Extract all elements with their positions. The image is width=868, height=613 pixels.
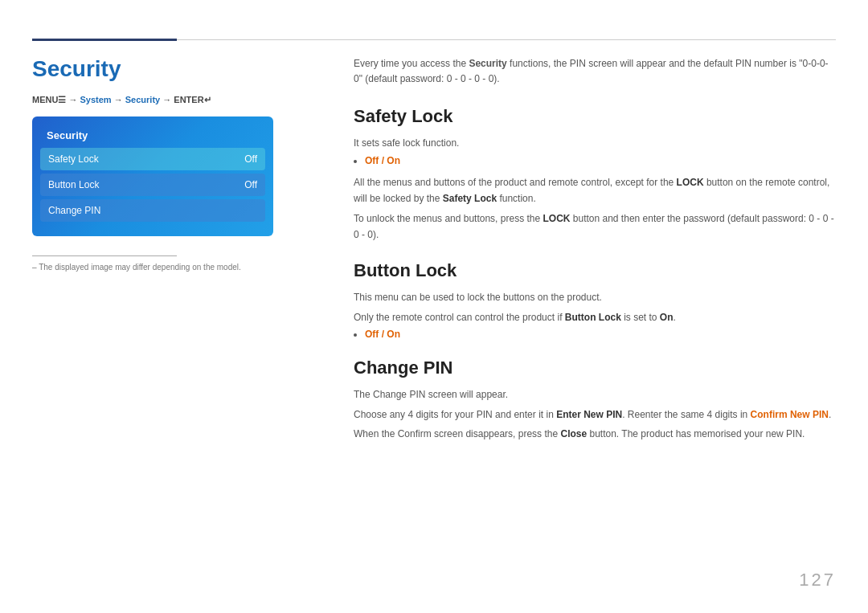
top-decorative-lines — [32, 39, 836, 41]
menu-path: MENU☰ → System → Security → ENTER↵ — [32, 95, 321, 105]
arrow-1: → — [68, 95, 80, 104]
section-change-pin: Change PIN The Change PIN screen will ap… — [354, 358, 836, 442]
menu-prefix: MENU — [32, 95, 58, 104]
ui-panel: Security Safety Lock Off Button Lock Off… — [32, 116, 273, 236]
left-column: Security MENU☰ → System → Security → ENT… — [32, 56, 321, 272]
page-number: 127 — [799, 570, 836, 591]
button-lock-off-on: Off / On — [365, 329, 400, 340]
panel-item-safety-lock[interactable]: Safety Lock Off — [40, 148, 265, 170]
button-lock-bold: Button Lock — [565, 312, 621, 323]
panel-item-button-lock-value: Off — [244, 179, 257, 190]
change-pin-body-1: The Change PIN screen will appear. — [354, 386, 836, 403]
menu-step-security: Security — [125, 95, 160, 104]
safety-lock-bullet-1: Off / On — [365, 155, 836, 166]
menu-step-enter: ENTER — [174, 95, 203, 104]
panel-item-safety-lock-value: Off — [244, 153, 257, 165]
intro-bold-security: Security — [469, 58, 506, 69]
right-column: Every time you access the Security funct… — [354, 56, 836, 460]
panel-header: Security — [40, 125, 265, 148]
left-divider — [32, 255, 177, 256]
top-line-light — [177, 39, 836, 40]
close-bold: Close — [560, 428, 587, 439]
safety-lock-body-1: It sets safe lock function. — [354, 135, 836, 151]
top-line-dark — [32, 39, 177, 41]
enter-new-pin-bold: Enter New PIN — [556, 409, 622, 420]
button-lock-body-2: Only the remote control can control the … — [354, 309, 836, 325]
panel-item-safety-lock-label: Safety Lock — [48, 153, 99, 165]
safety-lock-title: Safety Lock — [354, 106, 836, 127]
panel-item-button-lock-label: Button Lock — [48, 179, 99, 190]
arrow-2: → — [114, 95, 125, 104]
button-lock-bullets: Off / On — [365, 329, 836, 340]
enter-icon: ↵ — [204, 95, 211, 104]
model-note: – The displayed image may differ dependi… — [32, 263, 321, 272]
panel-item-change-pin[interactable]: Change PIN — [40, 199, 265, 222]
intro-text: Every time you access the Security funct… — [354, 56, 836, 87]
panel-item-change-pin-label: Change PIN — [48, 205, 100, 216]
page-title: Security — [32, 56, 321, 82]
section-button-lock: Button Lock This menu can be used to loc… — [354, 260, 836, 340]
safety-lock-bullets: Off / On — [365, 155, 836, 166]
menu-icon: ☰ — [58, 95, 66, 104]
menu-step-system: System — [80, 95, 112, 104]
safety-lock-body-3: To unlock the menus and buttons, press t… — [354, 210, 836, 243]
button-lock-body-1: This menu can be used to lock the button… — [354, 289, 836, 305]
on-bold: On — [660, 312, 674, 323]
button-lock-bullet-1: Off / On — [365, 329, 836, 340]
arrow-3: → — [162, 95, 174, 104]
change-pin-body-2: Choose any 4 digits for your PIN and ent… — [354, 407, 836, 423]
panel-item-button-lock[interactable]: Button Lock Off — [40, 174, 265, 196]
safety-lock-off-on: Off / On — [365, 155, 400, 166]
lock-bold-2: LOCK — [542, 213, 570, 224]
safety-lock-body-2: All the menus and buttons of the product… — [354, 174, 836, 207]
section-safety-lock: Safety Lock It sets safe lock function. … — [354, 106, 836, 243]
safety-lock-bold: Safety Lock — [443, 193, 497, 204]
change-pin-body-3: When the Confirm screen disappears, pres… — [354, 426, 836, 442]
page-container: Security MENU☰ → System → Security → ENT… — [0, 0, 868, 613]
confirm-new-pin-orange: Confirm New PIN — [751, 409, 829, 420]
button-lock-title: Button Lock — [354, 260, 836, 281]
change-pin-title: Change PIN — [354, 358, 836, 378]
lock-bold: LOCK — [677, 177, 704, 188]
